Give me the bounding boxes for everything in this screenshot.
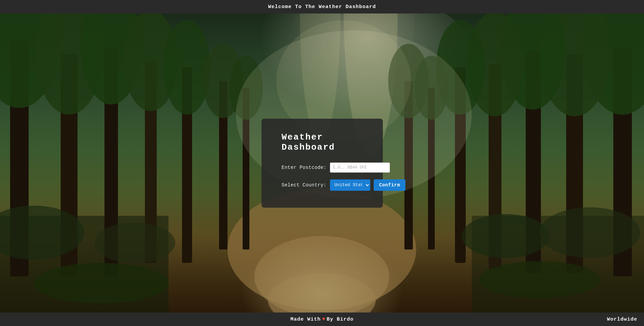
main-content: Weather Dashboard Enter Postcode: Select… bbox=[0, 13, 644, 313]
svg-point-44 bbox=[479, 261, 600, 298]
card-title: Weather Dashboard bbox=[282, 132, 363, 152]
svg-point-41 bbox=[462, 214, 549, 258]
postcode-input[interactable] bbox=[330, 162, 390, 173]
svg-point-24 bbox=[163, 20, 211, 115]
country-row: Select Country: United States United Kin… bbox=[282, 179, 363, 191]
footer-heart-icon: ♥ bbox=[322, 316, 326, 322]
dashboard-card: Weather Dashboard Enter Postcode: Select… bbox=[262, 119, 383, 208]
footer-center: Made With ♥ By Birdo bbox=[290, 316, 354, 322]
postcode-label: Enter Postcode: bbox=[282, 165, 327, 170]
svg-point-40 bbox=[94, 223, 175, 263]
svg-point-42 bbox=[539, 207, 640, 258]
header-title: Welcome To The Weather Dashboard bbox=[268, 4, 376, 10]
footer-worldwide: Worldwide bbox=[607, 317, 637, 322]
footer-made-with: Made With bbox=[290, 317, 321, 322]
country-select[interactable]: United States United Kingdom Canada Aust… bbox=[330, 179, 370, 191]
footer-by-birdo: By Birdo bbox=[327, 317, 354, 322]
country-label: Select Country: bbox=[282, 182, 327, 188]
confirm-button[interactable]: Confirm bbox=[374, 179, 405, 191]
header-bar: Welcome To The Weather Dashboard bbox=[0, 0, 644, 13]
svg-point-43 bbox=[34, 263, 168, 303]
footer-bar: Made With ♥ By Birdo Worldwide bbox=[0, 313, 644, 326]
postcode-row: Enter Postcode: bbox=[282, 162, 363, 173]
